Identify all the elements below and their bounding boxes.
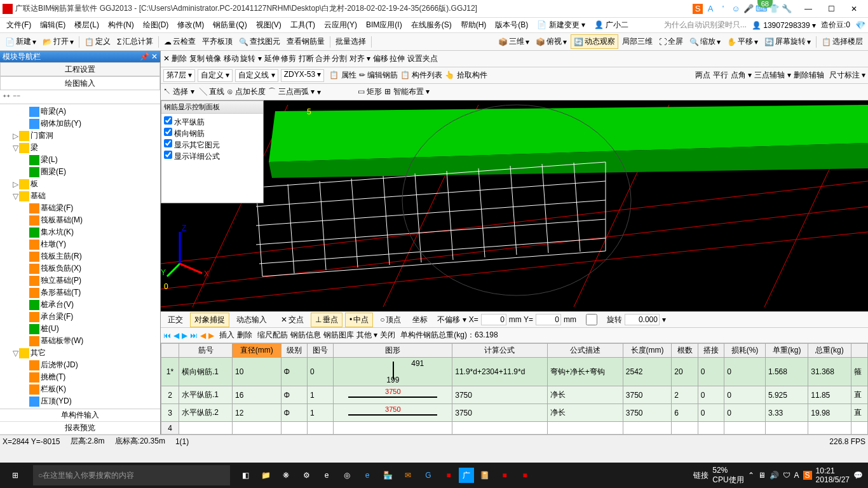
column-header[interactable]: 根数: [672, 344, 698, 358]
ortho-toggle[interactable]: 正交: [163, 313, 187, 327]
task-icon[interactable]: ✉: [398, 463, 418, 488]
table-row[interactable]: 1*横向钢筋.110Φ049119911.9*d+2304+11.9*d弯钩+净…: [161, 358, 868, 386]
attr-button[interactable]: 📋 属性: [329, 70, 356, 81]
offset-button[interactable]: 偏移: [373, 53, 388, 64]
tree-item[interactable]: ▷门窗洞: [1, 130, 159, 142]
mid-toggle[interactable]: • 中点: [345, 313, 373, 327]
column-header[interactable]: 公式描述: [547, 344, 623, 358]
minimize-button[interactable]: —: [797, 0, 820, 18]
offset-mode[interactable]: 不偏移 ▾: [437, 315, 466, 325]
column-header[interactable]: 筋号: [179, 344, 233, 358]
task-icon[interactable]: ◎: [337, 463, 357, 488]
other-button[interactable]: 其他 ▾: [356, 330, 377, 341]
nav-next-icon[interactable]: ▶: [182, 331, 187, 340]
task-icon[interactable]: 🏪: [377, 463, 398, 488]
menu-component[interactable]: 构件(N): [104, 18, 138, 32]
fullscreen-button[interactable]: ⛶ 全屏: [656, 35, 686, 48]
table-row[interactable]: 2水平纵筋.116Φ137503750净长37502005.92511.85直: [161, 386, 868, 404]
category-select[interactable]: 自定义 ▾: [198, 69, 233, 82]
tree-item[interactable]: 筏板基础(M): [1, 214, 159, 226]
rotate-button[interactable]: 旋转 ▾: [240, 53, 261, 64]
menu-version[interactable]: 版本号(B): [491, 18, 532, 32]
menu-rebar[interactable]: 钢筋量(Q): [209, 18, 250, 32]
table-row[interactable]: 3水平纵筋.212Φ137503750净长37506003.3319.98直: [161, 404, 868, 422]
column-header[interactable]: 图号: [307, 344, 333, 358]
tree-item[interactable]: 筏板负筋(X): [1, 262, 159, 274]
display-option[interactable]: 横向钢筋: [164, 128, 261, 139]
delete-button[interactable]: ✕ 删除: [163, 53, 187, 64]
column-header[interactable]: 搭接: [698, 344, 724, 358]
start-button[interactable]: ⊞: [0, 463, 31, 488]
tree-item[interactable]: 基础梁(F): [1, 202, 159, 214]
tree-item[interactable]: ▽其它: [1, 347, 159, 359]
pin-icon[interactable]: 📌: [140, 52, 149, 61]
tray-ime-icon[interactable]: S: [803, 471, 812, 480]
set-grip-button[interactable]: 设置夹点: [407, 53, 438, 64]
task-icon[interactable]: e: [357, 463, 377, 488]
dimension-button[interactable]: 尺寸标注 ▾: [829, 70, 865, 81]
task-icon[interactable]: 📁: [255, 463, 276, 488]
y-input[interactable]: [536, 314, 561, 325]
select-button[interactable]: ↖ 选择 ▾: [163, 86, 194, 97]
menu-online[interactable]: 在线服务(S): [407, 18, 456, 32]
expand-icon[interactable]: ⁺⁺: [3, 93, 10, 102]
tree-item[interactable]: ▽基础: [1, 190, 159, 202]
vertex-toggle[interactable]: ○ 顶点: [376, 313, 405, 327]
move-button[interactable]: 移动: [224, 53, 239, 64]
tree-item[interactable]: 筏板主筋(R): [1, 250, 159, 262]
tree-item[interactable]: 集水坑(K): [1, 226, 159, 238]
column-header[interactable]: 级别: [281, 344, 307, 358]
smart-layout-button[interactable]: ⊞ 智能布置 ▾: [384, 86, 430, 97]
perp-toggle[interactable]: ⊥ 垂点: [311, 313, 342, 327]
copy-button[interactable]: 复制: [189, 53, 205, 64]
tray-vol-icon[interactable]: 🔊: [770, 471, 779, 480]
cloud-check-button[interactable]: ☁ 云检查: [161, 35, 198, 48]
rotate-input[interactable]: [625, 314, 660, 325]
find-button[interactable]: 🔍 查找图元: [236, 35, 283, 48]
top-view-button[interactable]: 📦 俯视 ▾: [533, 35, 569, 48]
tool-icon[interactable]: A: [705, 4, 715, 14]
delete-row-button[interactable]: 删除: [237, 330, 252, 341]
tray-time[interactable]: 10:212018/5/27: [816, 466, 850, 484]
arc-button[interactable]: ⌒ 三点画弧 ▾: [268, 86, 315, 97]
wrench-icon[interactable]: 🔧: [782, 4, 792, 14]
sogou-icon[interactable]: S: [693, 4, 703, 14]
insert-button[interactable]: 插入: [219, 330, 234, 341]
task-icon[interactable]: ■: [515, 463, 535, 488]
task-icon[interactable]: ■: [438, 463, 459, 488]
new-change[interactable]: 📄 新建变更 ▾: [533, 18, 589, 32]
point-angle-button[interactable]: 点角 ▾: [731, 70, 752, 81]
3d-button[interactable]: 📦 三维 ▾: [496, 35, 532, 48]
extend-button[interactable]: 延伸: [264, 53, 280, 64]
task-icon[interactable]: ■: [494, 463, 515, 488]
coord-toggle[interactable]: 坐标: [408, 313, 432, 327]
tree-item[interactable]: 挑檐(T): [1, 371, 159, 383]
task-icon[interactable]: ◧: [235, 463, 255, 488]
column-header[interactable]: [161, 344, 179, 358]
tray-link[interactable]: 链接: [693, 470, 709, 481]
tree-item[interactable]: ▷板: [1, 178, 159, 190]
nav-icon[interactable]: ▶: [208, 331, 214, 340]
rebar-table[interactable]: 筋号直径(mm)级别图号图形计算公式公式描述长度(mm)根数搭接损耗(%)单重(…: [161, 343, 868, 435]
maximize-button[interactable]: ☐: [820, 0, 843, 18]
tree-item[interactable]: 基础板带(W): [1, 335, 159, 347]
split-button[interactable]: 分割: [332, 53, 347, 64]
tree-item[interactable]: 桩(U): [1, 323, 159, 335]
dyn-input-toggle[interactable]: 动态输入: [232, 313, 271, 327]
collapse-icon[interactable]: ⁻⁻: [13, 93, 20, 102]
coin[interactable]: 造价豆:0: [821, 20, 850, 30]
new-button[interactable]: 📄 新建 ▾: [3, 35, 39, 48]
osnap-toggle[interactable]: 对象捕捉: [190, 313, 229, 327]
point-length-button[interactable]: ⊙ 点加长度: [227, 86, 266, 97]
close-icon[interactable]: ✕: [151, 52, 158, 61]
nav-last-icon[interactable]: ⏭: [190, 331, 198, 340]
tree-item[interactable]: 圈梁(E): [1, 166, 159, 178]
column-header[interactable]: 长度(mm): [623, 344, 672, 358]
task-icon[interactable]: e: [316, 463, 337, 488]
rebar-info-button[interactable]: 钢筋信息: [290, 330, 321, 341]
tab-project-settings[interactable]: 工程设置: [0, 62, 160, 76]
tree-item[interactable]: 独立基础(P): [1, 274, 159, 287]
flat-top-button[interactable]: 平齐板顶: [200, 35, 235, 48]
dynamic-view-button[interactable]: 🔄 动态观察: [571, 34, 618, 49]
tree-item[interactable]: 压顶(YD): [1, 395, 159, 407]
